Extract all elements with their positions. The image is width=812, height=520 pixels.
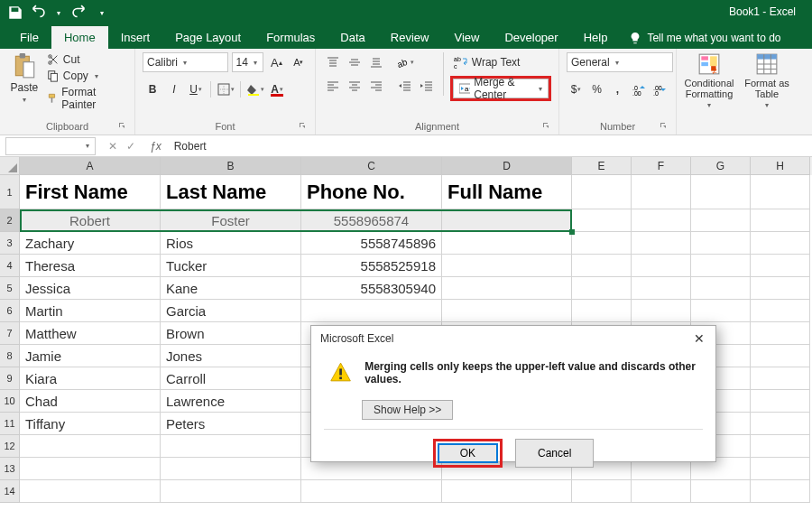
cell-A6[interactable]: Martin: [20, 300, 161, 322]
tab-review[interactable]: Review: [378, 26, 442, 49]
cell-C1[interactable]: Phone No.: [301, 175, 442, 209]
cell-A13[interactable]: [20, 458, 161, 480]
cell[interactable]: [691, 255, 751, 277]
tab-developer[interactable]: Developer: [492, 26, 570, 49]
font-size-combo[interactable]: 14▾: [232, 52, 264, 72]
cell-D4[interactable]: [442, 255, 572, 277]
align-bottom-button[interactable]: [366, 52, 386, 72]
cell-B11[interactable]: Peters: [161, 413, 301, 435]
cell[interactable]: [632, 255, 691, 277]
tab-file[interactable]: File: [7, 26, 51, 49]
cell-D14[interactable]: [442, 480, 572, 503]
decrease-indent-button[interactable]: [395, 76, 415, 96]
cell[interactable]: [632, 300, 691, 322]
cut-button[interactable]: Cut: [45, 52, 127, 67]
cell[interactable]: [691, 209, 751, 232]
tab-insert[interactable]: Insert: [108, 26, 163, 49]
row-header-1[interactable]: 1: [0, 175, 20, 209]
cell-C2[interactable]: 5558965874: [301, 209, 442, 232]
cell[interactable]: [751, 255, 810, 277]
cell-A4[interactable]: Theresa: [20, 255, 161, 277]
cell-B5[interactable]: Kane: [161, 277, 301, 300]
col-header-G[interactable]: G: [691, 157, 751, 175]
show-help-button[interactable]: Show Help >>: [362, 400, 453, 420]
cell-B3[interactable]: Rios: [161, 232, 301, 255]
cell[interactable]: [632, 277, 691, 300]
align-center-button[interactable]: [345, 76, 364, 96]
cell-A14[interactable]: [20, 480, 161, 503]
decrease-font-button[interactable]: A▾: [290, 52, 308, 72]
cell[interactable]: [751, 345, 810, 367]
align-top-button[interactable]: [323, 52, 343, 72]
cancel-button[interactable]: Cancel: [515, 439, 594, 468]
cell-D6[interactable]: [442, 300, 572, 322]
cell[interactable]: [572, 209, 632, 232]
fx-icon[interactable]: ƒx: [143, 140, 169, 153]
qat-customize-icon[interactable]: ▾: [94, 5, 110, 21]
col-header-A[interactable]: A: [20, 157, 161, 175]
cell[interactable]: [572, 277, 632, 300]
cell-B7[interactable]: Brown: [161, 322, 301, 345]
cell-B8[interactable]: Jones: [161, 345, 301, 367]
percent-button[interactable]: %: [587, 79, 606, 99]
cell-B10[interactable]: Lawrence: [161, 390, 301, 413]
cell-B1[interactable]: Last Name: [161, 175, 301, 209]
bold-button[interactable]: B: [143, 79, 162, 99]
cell[interactable]: [751, 232, 810, 255]
cell-B9[interactable]: Carroll: [161, 367, 301, 390]
align-middle-button[interactable]: [345, 52, 364, 72]
cell[interactable]: [691, 300, 751, 322]
decrease-decimal-button[interactable]: .00.0: [650, 79, 669, 99]
cell-C14[interactable]: [301, 480, 442, 503]
col-header-D[interactable]: D: [442, 157, 572, 175]
increase-decimal-button[interactable]: .0.00: [629, 79, 648, 99]
cell-C6[interactable]: [301, 300, 442, 322]
row-header-7[interactable]: 7: [0, 322, 20, 345]
currency-button[interactable]: $▾: [567, 79, 586, 99]
cell[interactable]: [572, 232, 632, 255]
col-header-B[interactable]: B: [161, 157, 301, 175]
cancel-formula-icon[interactable]: ✕: [108, 140, 117, 153]
row-header-3[interactable]: 3: [0, 232, 20, 255]
enter-formula-icon[interactable]: ✓: [126, 140, 135, 153]
tab-help[interactable]: Help: [571, 26, 621, 49]
undo-icon[interactable]: [29, 5, 45, 21]
cell[interactable]: [632, 232, 691, 255]
redo-icon[interactable]: [72, 5, 88, 21]
cell-D2[interactable]: [442, 209, 572, 232]
tell-me-search[interactable]: Tell me what you want to do: [620, 27, 789, 49]
cell-D5[interactable]: [442, 277, 572, 300]
formula-input[interactable]: Robert: [169, 140, 812, 153]
name-box[interactable]: ▾: [5, 137, 96, 155]
orientation-button[interactable]: ab▾: [395, 52, 415, 72]
cell[interactable]: [572, 175, 632, 209]
col-header-F[interactable]: F: [632, 157, 691, 175]
tab-view[interactable]: View: [441, 26, 492, 49]
cell-A12[interactable]: [20, 435, 161, 458]
cell-A10[interactable]: Chad: [20, 390, 161, 413]
underline-button[interactable]: U▾: [186, 79, 206, 99]
font-dialog-launcher-icon[interactable]: [299, 122, 308, 131]
undo-dropdown-icon[interactable]: ▾: [51, 5, 67, 21]
tab-page-layout[interactable]: Page Layout: [162, 26, 254, 49]
row-header-11[interactable]: 11: [0, 413, 20, 435]
cell[interactable]: [632, 480, 691, 503]
cell[interactable]: [751, 175, 810, 209]
cell[interactable]: [751, 367, 810, 390]
cell[interactable]: [751, 322, 810, 345]
tab-data[interactable]: Data: [328, 26, 377, 49]
save-icon[interactable]: [7, 5, 23, 21]
cell-A3[interactable]: Zachary: [20, 232, 161, 255]
cell[interactable]: [691, 277, 751, 300]
conditional-formatting-button[interactable]: ≠ Conditional Formatting▾: [684, 52, 734, 109]
cell[interactable]: [691, 480, 751, 503]
cell-A7[interactable]: Matthew: [20, 322, 161, 345]
ok-button[interactable]: OK: [438, 443, 498, 463]
row-header-2[interactable]: 2: [0, 209, 20, 232]
cell-D1[interactable]: Full Name: [442, 175, 572, 209]
comma-button[interactable]: ,: [608, 79, 627, 99]
row-header-9[interactable]: 9: [0, 367, 20, 390]
cell-A2[interactable]: Robert: [20, 209, 161, 232]
cell-A8[interactable]: Jamie: [20, 345, 161, 367]
tab-formulas[interactable]: Formulas: [254, 26, 328, 49]
